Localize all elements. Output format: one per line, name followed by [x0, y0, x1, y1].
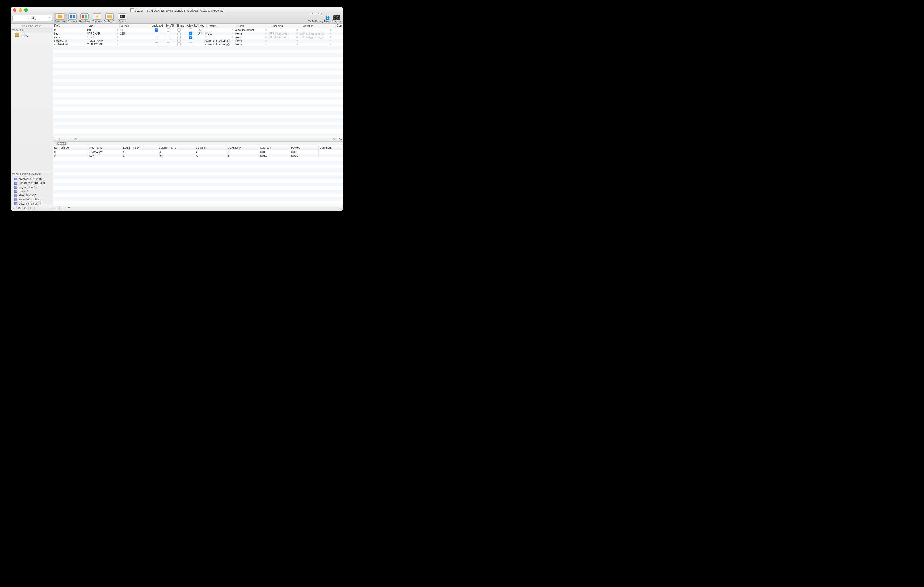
sidebar-refresh-button[interactable]: ⟳: [23, 206, 29, 210]
ihdr-keyname[interactable]: Key_name: [88, 146, 122, 150]
hdr-comment[interactable]: Comment: [336, 24, 343, 28]
database-selector[interactable]: config: [12, 15, 52, 21]
empty-row: [53, 125, 343, 129]
relations-icon: [81, 13, 89, 20]
checkbox[interactable]: [167, 32, 170, 35]
remove-column-button[interactable]: −: [59, 138, 66, 141]
remove-index-button[interactable]: −: [59, 206, 66, 210]
hdr-type[interactable]: Type: [86, 24, 120, 28]
ihdr-comment[interactable]: Comment: [318, 146, 343, 150]
indexes-table[interactable]: 0PRIMARY1 idA3 NULLNULL 0key1 keyA3 NULL…: [53, 150, 343, 206]
gear-menu-button[interactable]: ⚙︎▾: [337, 137, 343, 141]
console-button[interactable]: console offConsole: [332, 15, 342, 23]
indexes-grip-icon[interactable]: ≡: [340, 142, 342, 145]
cell-type: VARCHAR⇵: [86, 32, 119, 35]
empty-row: [53, 57, 343, 61]
checkbox[interactable]: [155, 36, 158, 39]
tables-list[interactable]: config: [11, 33, 53, 172]
checkbox[interactable]: [167, 39, 170, 43]
checkbox[interactable]: [167, 36, 170, 39]
hdr-zerofill[interactable]: Zerofill: [164, 24, 175, 28]
checkbox[interactable]: [189, 28, 192, 32]
tab-structure[interactable]: Structure: [54, 13, 66, 23]
hdr-default[interactable]: Default: [206, 24, 237, 28]
columns-table[interactable]: id INT⇵ 11 PRI ⇵ auto_increment⇵ ⇵ ⇵ key…: [53, 28, 343, 137]
ihdr-seq[interactable]: Seq_in_index: [122, 146, 158, 150]
empty-row: [53, 100, 343, 104]
zoom-window-button[interactable]: [24, 8, 28, 12]
column-row[interactable]: value TEXT⇵ NULL⇵ None⇵ UTF-8 Unicode⇵ u…: [53, 35, 343, 39]
checkbox[interactable]: [189, 32, 192, 35]
tab-triggers[interactable]: Triggers: [91, 13, 103, 23]
index-row[interactable]: 0key1 keyA3 NULLNULL: [53, 154, 343, 158]
checkbox[interactable]: [167, 28, 170, 32]
checkbox[interactable]: [177, 39, 181, 43]
column-row[interactable]: key VARCHAR⇵ 128 UNI NULL⇵ None⇵ UTF-8 U…: [53, 32, 343, 35]
empty-row: [53, 122, 343, 125]
hdr-extra[interactable]: Extra: [237, 24, 271, 28]
ihdr-subpart[interactable]: Sub_part: [259, 146, 290, 150]
hdr-encoding[interactable]: Encoding: [271, 24, 302, 28]
titlebar[interactable]: db.spf — (MySQL 5.5.5-10.5.6-MariaDB) ro…: [11, 7, 343, 13]
tab-query[interactable]: Query: [116, 13, 128, 23]
structure-icon: [56, 13, 64, 20]
sidebar-resize-grip[interactable]: ⋮⋮: [50, 207, 53, 209]
checkbox[interactable]: [155, 32, 158, 35]
checkbox[interactable]: [155, 43, 158, 46]
checkbox[interactable]: [189, 39, 192, 43]
ihdr-packed[interactable]: Packed: [290, 146, 318, 150]
checkbox[interactable]: [177, 36, 181, 39]
tab-relations[interactable]: Relations: [78, 13, 91, 23]
checkbox[interactable]: [189, 36, 192, 39]
hdr-length[interactable]: Length: [120, 24, 150, 28]
column-row[interactable]: updated_at TIMESTAMP⇵ current_timestamp(…: [53, 43, 343, 46]
checkbox[interactable]: [177, 28, 181, 32]
minimize-window-button[interactable]: [18, 8, 22, 12]
columns-header[interactable]: Field Type Length Unsigned Zerofill Bina…: [53, 24, 343, 28]
ihdr-nonunique[interactable]: Non_unique: [53, 146, 88, 150]
cell-type: TIMESTAMP⇵: [86, 43, 119, 46]
sidebar-gear-button[interactable]: ⚙︎▾: [17, 207, 23, 210]
hdr-allownull[interactable]: Allow Null: [186, 24, 198, 28]
cell-binary: [174, 28, 184, 32]
ihdr-cardinality[interactable]: Cardinality: [227, 146, 259, 150]
checkbox[interactable]: [167, 43, 170, 46]
checkbox[interactable]: [189, 43, 192, 46]
tab-content[interactable]: Content: [66, 13, 78, 23]
sidebar-add-button[interactable]: +: [11, 206, 17, 210]
column-row[interactable]: id INT⇵ 11 PRI ⇵ auto_increment⇵ ⇵ ⇵: [53, 28, 343, 32]
column-row[interactable]: created_at TIMESTAMP⇵ current_timestamp(…: [53, 39, 343, 43]
cell-default: current_timestamp()⇵: [205, 39, 234, 42]
index-row[interactable]: 0PRIMARY1 idA3 NULLNULL: [53, 150, 343, 154]
sidebar-expand-button[interactable]: ⇱: [29, 207, 35, 210]
tab-tableinfo[interactable]: Table Info: [103, 13, 116, 23]
users-button[interactable]: 👥Users: [324, 15, 331, 23]
cell-allownull: [184, 43, 197, 46]
hdr-field[interactable]: Field: [53, 24, 86, 28]
close-window-button[interactable]: [13, 8, 16, 12]
empty-row: [53, 172, 343, 176]
refresh-indexes-button[interactable]: ⟳: [66, 206, 73, 210]
ihdr-collation[interactable]: Collation: [195, 146, 227, 150]
empty-row: [53, 61, 343, 64]
empty-row: [53, 64, 343, 68]
hdr-collation[interactable]: Collation: [302, 24, 336, 28]
ihdr-column[interactable]: Column_name: [158, 146, 195, 150]
tableinfo-row: rows: 3: [11, 189, 53, 193]
cell-field: key: [53, 32, 86, 35]
checkbox[interactable]: [155, 28, 158, 32]
table-item-config[interactable]: config: [11, 33, 53, 37]
refresh-columns-button[interactable]: ⟳: [73, 138, 79, 141]
hdr-binary[interactable]: Binary: [175, 24, 186, 28]
edit-button[interactable]: ✎: [331, 138, 337, 141]
checkbox[interactable]: [177, 43, 181, 46]
duplicate-column-button[interactable]: ⁺: [66, 138, 73, 141]
cell-field: value: [53, 36, 86, 39]
hdr-key[interactable]: Key: [198, 24, 206, 28]
checkbox[interactable]: [177, 32, 181, 35]
checkbox[interactable]: [155, 39, 158, 43]
hdr-unsigned[interactable]: Unsigned: [150, 24, 164, 28]
add-column-button[interactable]: +: [53, 138, 59, 141]
add-index-button[interactable]: +: [53, 206, 59, 210]
indexes-columns[interactable]: Non_unique Key_name Seq_in_index Column_…: [53, 146, 343, 150]
